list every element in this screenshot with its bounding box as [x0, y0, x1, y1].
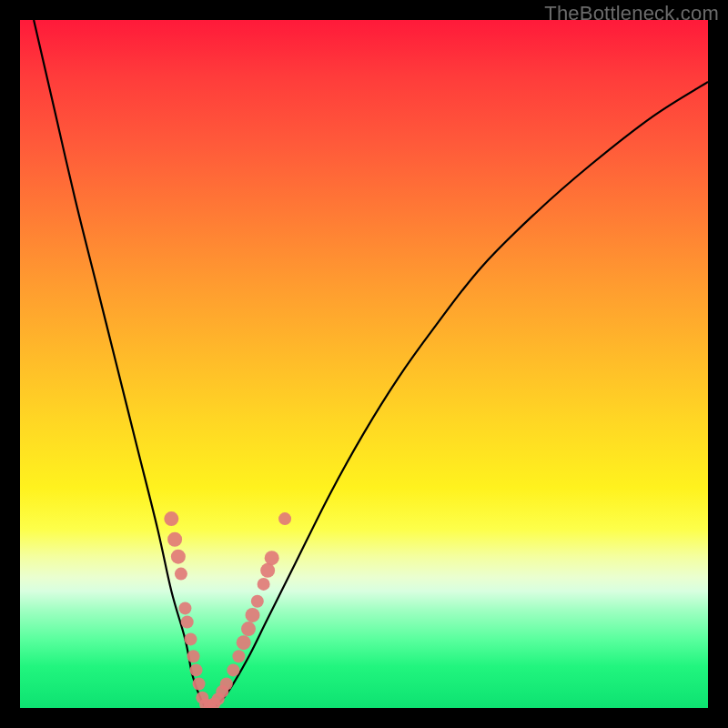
- curve-marker: [265, 551, 279, 565]
- curve-marker: [258, 578, 270, 591]
- curve-marker: [246, 608, 260, 622]
- curve-marker: [167, 532, 182, 547]
- curve-marker: [260, 563, 275, 578]
- curve-marker: [190, 663, 203, 676]
- curve-marker: [220, 678, 233, 691]
- curve-marker: [232, 650, 245, 662]
- watermark-text: TheBottleneck.com: [544, 2, 719, 25]
- curve-marker: [227, 663, 239, 676]
- chart-plot-area: [20, 20, 708, 708]
- curve-marker: [164, 511, 178, 526]
- curve-marker: [241, 622, 256, 636]
- chart-frame: TheBottleneck.com: [0, 0, 728, 728]
- curve-marker: [184, 632, 197, 645]
- curve-marker: [181, 616, 194, 629]
- curve-marker: [171, 550, 186, 564]
- chart-svg: [20, 20, 708, 708]
- bottleneck-curve-line: [34, 20, 708, 708]
- curve-marker: [178, 602, 191, 614]
- curve-marker: [193, 678, 206, 691]
- curve-marker: [251, 595, 264, 608]
- curve-marker: [278, 512, 291, 525]
- curve-marker: [175, 568, 187, 581]
- curve-marker: [237, 635, 251, 650]
- curve-marker: [187, 650, 200, 662]
